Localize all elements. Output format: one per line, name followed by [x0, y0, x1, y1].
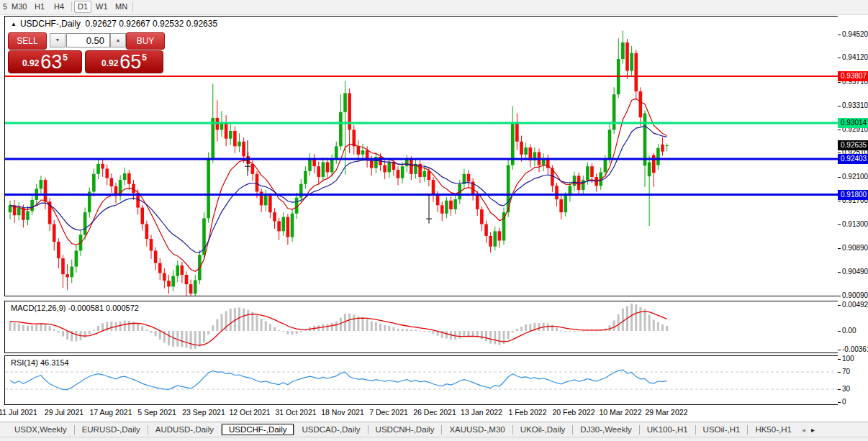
- chart-tab-usdcad-daily[interactable]: USDCAD-,Daily: [294, 424, 367, 435]
- chart-ohlc-values: 0.92627 0.92667 0.92532 0.92635: [86, 19, 218, 29]
- axis-tick-mark: [838, 82, 841, 83]
- price-tick-label: 0.94120: [838, 53, 868, 62]
- date-tick-label: 29 Mar 2022: [638, 408, 695, 417]
- rsi-chart-canvas: [5, 356, 838, 404]
- macd-label: MACD(12,26,9) -0.000581 0.000572: [11, 304, 139, 312]
- axis-tick-mark: [838, 177, 841, 178]
- timeframe-button-w1[interactable]: W1: [93, 1, 111, 12]
- collapse-trade-panel-icon[interactable]: ▲: [11, 21, 17, 27]
- buy-price-big: 65: [119, 53, 141, 71]
- axis-tick-mark: [838, 248, 841, 249]
- tab-scroll-right-icon[interactable]: ▸: [808, 426, 818, 434]
- timeframe-toolbar: 5 M30 H1 H4 D1 W1 MN: [0, 0, 868, 15]
- axis-tick-mark: [838, 389, 841, 390]
- buy-button[interactable]: BUY: [126, 32, 165, 50]
- chart-title: ▲USDCHF-,Daily 0.92627 0.92667 0.92532 0…: [11, 19, 217, 29]
- volume-input[interactable]: [66, 33, 110, 47]
- timeframe-button-h4[interactable]: H4: [51, 1, 67, 12]
- chart-tab-usoil-h1[interactable]: USOil-,H1: [696, 424, 748, 435]
- axis-tick-mark: [838, 402, 841, 403]
- price-level-badge: 0.91800: [838, 190, 868, 200]
- timeframe-button-d1[interactable]: D1: [74, 1, 91, 13]
- date-axis: 11 Jul 202129 Jul 202117 Aug 20215 Sep 2…: [4, 406, 838, 420]
- chart-tab-dj30-weekly[interactable]: DJ30-,Weekly: [573, 424, 638, 435]
- sell-price-pipette: 5: [63, 53, 68, 63]
- toolbar-separator: [71, 2, 72, 12]
- price-level-badge: 0.93807: [838, 71, 868, 81]
- rsi-tick-label: 30: [838, 385, 868, 394]
- buy-price-prefix: 0.92: [101, 58, 118, 68]
- chart-tab-eurusd-daily[interactable]: EURUSD-,Daily: [75, 424, 148, 435]
- macd-tick-label: 0.00: [838, 327, 868, 335]
- axis-tick-mark: [838, 224, 841, 225]
- price-tick-label: 0.90490: [838, 268, 868, 276]
- price-level-badge: 0.92403: [838, 154, 868, 164]
- tab-scroll-left-icon[interactable]: ◂: [799, 426, 808, 434]
- macd-indicator-panel: MACD(12,26,9) -0.000581 0.000572: [4, 301, 838, 353]
- main-chart-panel: ▲USDCHF-,Daily 0.92627 0.92667 0.92532 0…: [4, 16, 838, 296]
- axis-tick-mark: [838, 129, 841, 130]
- volume-decrease-button[interactable]: ▼: [50, 33, 65, 47]
- axis-tick-mark: [838, 359, 841, 360]
- macd-tick-label: 0.004926: [838, 301, 868, 309]
- sell-price-big: 63: [40, 53, 62, 71]
- price-tick-label: 0.90890: [838, 244, 868, 253]
- axis-tick-mark: [838, 106, 841, 106]
- rsi-tick-label: 70: [838, 368, 868, 376]
- chart-tab-usdcnh-daily[interactable]: USDCNH-,Daily: [369, 424, 442, 435]
- sell-price-display[interactable]: 0.92635: [8, 50, 82, 73]
- buy-price-pipette: 5: [142, 53, 147, 63]
- chart-symbol-label: USDCHF-,Daily: [20, 19, 81, 29]
- chart-tab-usdchf-daily[interactable]: USDCHF-,Daily: [222, 424, 294, 435]
- chart-tab-xauusd-m30[interactable]: XAUUSD-,M30: [442, 424, 512, 435]
- price-tick-label: 0.93310: [838, 101, 868, 110]
- axis-tick-mark: [838, 272, 841, 273]
- one-click-trade-panel: SELL ▼ ▲ BUY 0.92635 0.92655: [8, 32, 163, 74]
- chart-tab-hk50-h1[interactable]: HK50-,H1: [748, 424, 799, 435]
- axis-tick-mark: [838, 350, 841, 350]
- axis-tick-mark: [838, 58, 841, 58]
- chart-tab-ukoil-daily[interactable]: UKOil-,Daily: [513, 424, 573, 435]
- sell-button[interactable]: SELL: [8, 32, 47, 50]
- axis-tick-mark: [838, 305, 841, 306]
- axis-tick-mark: [838, 331, 841, 332]
- price-level-badge: 0.93014: [838, 118, 868, 128]
- chart-tab-uk100-h1[interactable]: UK100-,H1: [640, 424, 695, 435]
- price-tick-label: 0.91300: [838, 220, 868, 229]
- timeframe-button-m30[interactable]: M30: [9, 1, 30, 12]
- macd-tick-label: -0.003615: [838, 345, 868, 354]
- price-tick-label: 0.92100: [838, 173, 868, 181]
- price-tick-label: 0.94520: [838, 30, 868, 39]
- chart-tab-audusd-daily[interactable]: AUDUSD-,Daily: [148, 424, 221, 435]
- axis-tick-mark: [838, 372, 841, 373]
- chart-tab-bar: USDX,WeeklyEURUSD-,DailyAUDUSD-,DailyUSD…: [0, 422, 868, 437]
- trading-platform-window: 5 M30 H1 H4 D1 W1 MN ▲USDCHF-,Daily 0.92…: [0, 0, 868, 441]
- rsi-indicator-panel: RSI(14) 46.3154: [4, 355, 838, 405]
- timeframe-button-h1[interactable]: H1: [32, 1, 48, 12]
- axis-tick-mark: [838, 201, 841, 201]
- chart-tab-usdx-weekly[interactable]: USDX,Weekly: [7, 424, 74, 435]
- price-level-badge: 0.92635: [838, 140, 868, 150]
- rsi-tick-label: 0: [838, 398, 868, 406]
- buy-price-display[interactable]: 0.92655: [85, 50, 163, 73]
- rsi-tick-label: 100: [838, 355, 868, 363]
- toolbar-separator: [132, 2, 133, 12]
- volume-increase-button[interactable]: ▲: [110, 33, 126, 47]
- timeframe-button-mn[interactable]: MN: [112, 1, 130, 12]
- rsi-label: RSI(14) 46.3154: [11, 358, 69, 367]
- price-axis: 0.945200.941200.937100.933100.929100.925…: [838, 16, 868, 420]
- sell-price-prefix: 0.92: [22, 58, 39, 68]
- bottom-strip: [0, 437, 868, 441]
- axis-tick-mark: [838, 35, 841, 35]
- axis-tick-mark: [838, 296, 841, 296]
- price-tick-label: 0.90090: [838, 291, 868, 300]
